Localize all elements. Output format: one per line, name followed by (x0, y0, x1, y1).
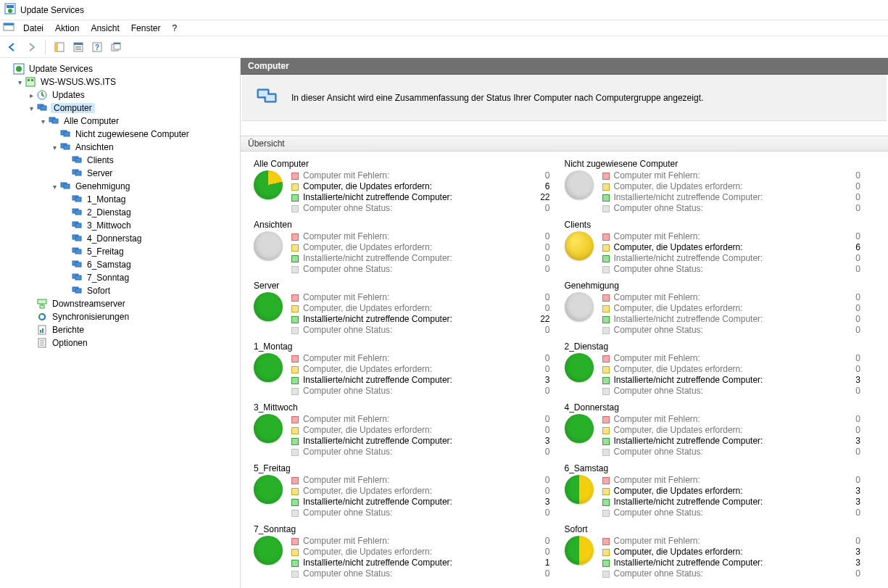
computers-icon (59, 128, 71, 140)
chevron-down-icon[interactable]: ▾ (49, 144, 59, 152)
svg-rect-6 (55, 43, 58, 51)
tree-updates[interactable]: ▸ Updates (1, 88, 238, 102)
tree-clients[interactable]: Clients (1, 154, 238, 167)
tree-views[interactable]: ▾ Ansichten (1, 141, 238, 180)
row-installed: Installierte/nicht zutreffende Computer:… (291, 558, 550, 568)
row-value: 0 (840, 386, 860, 397)
svg-rect-65 (266, 95, 275, 101)
legend-square-red (291, 233, 299, 241)
chevron-down-icon[interactable]: ▾ (49, 183, 59, 191)
row-nostatus: Computer ohne Status: 0 (602, 447, 861, 457)
overview-group: Clients Computer mit Fehlern: 0 Computer… (565, 217, 876, 278)
new-window-button[interactable] (108, 39, 124, 55)
legend-square-red (291, 355, 299, 363)
row-label: Computer mit Fehlern: (303, 170, 526, 181)
row-label: Computer, die Updates erfordern: (303, 547, 526, 558)
tree-d5[interactable]: 5_Freitag (1, 245, 238, 258)
row-need: Computer, die Updates erfordern: 3 (602, 486, 861, 497)
svg-rect-56 (40, 330, 41, 333)
row-nostatus: Computer ohne Status: 0 (602, 568, 861, 579)
tree-options[interactable]: Optionen (1, 336, 238, 349)
row-label: Computer mit Fehlern: (303, 536, 526, 547)
pie-icon (254, 170, 283, 199)
row-label: Installierte/nicht zutreffende Computer: (303, 436, 526, 447)
group-title: Sofort (565, 524, 861, 534)
menu-fenster[interactable]: Fenster (125, 22, 167, 35)
row-value: 0 (840, 181, 860, 192)
overview-group: Alle Computer Computer mit Fehlern: 0 Co… (254, 156, 565, 217)
properties-button[interactable] (70, 39, 86, 55)
row-installed: Installierte/nicht zutreffende Computer:… (291, 192, 550, 203)
tree-d8[interactable]: Sofort (1, 284, 238, 297)
chevron-down-icon[interactable]: ▾ (38, 117, 48, 125)
svg-rect-8 (74, 43, 83, 45)
legend-square-yellow (602, 183, 610, 191)
row-need: Computer, die Updates erfordern: 0 (602, 364, 861, 375)
tree-d1[interactable]: 1_Montag (1, 193, 238, 206)
overview-scroll[interactable]: Alle Computer Computer mit Fehlern: 0 Co… (241, 152, 888, 588)
row-value: 3 (840, 486, 860, 497)
row-value: 0 (530, 253, 550, 264)
chevron-down-icon[interactable]: ▾ (26, 104, 36, 112)
row-nostatus: Computer ohne Status: 0 (291, 568, 550, 579)
row-nostatus: Computer ohne Status: 0 (602, 203, 861, 214)
tree-d4[interactable]: 4_Donnerstag (1, 232, 238, 245)
computers-icon (71, 272, 83, 283)
tree-downstream[interactable]: Downstreamserver (1, 297, 238, 310)
group-title: Genehmigung (565, 281, 861, 291)
row-need: Computer, die Updates erfordern: 3 (602, 547, 861, 558)
tree-pane[interactable]: Update Services ▾ WS-WSUS.WS.ITS ▸ (0, 58, 241, 588)
tree-d7[interactable]: 7_Sonntag (1, 271, 238, 284)
computers-icon (71, 154, 83, 166)
downstream-icon (36, 298, 48, 310)
menu-ansicht[interactable]: Ansicht (85, 22, 125, 35)
tree-unassigned[interactable]: Nicht zugewiesene Computer (1, 128, 238, 141)
forward-button[interactable] (23, 39, 39, 55)
overview-header: Übersicht (241, 136, 888, 152)
row-value: 0 (530, 447, 550, 457)
svg-rect-41 (75, 223, 81, 228)
pie-icon (254, 353, 283, 382)
row-value: 0 (840, 447, 860, 457)
row-value: 0 (530, 292, 550, 303)
row-value: 3 (840, 436, 860, 447)
svg-text:?: ? (95, 44, 99, 51)
chevron-right-icon[interactable]: ▸ (26, 91, 36, 99)
tree-all-computers[interactable]: ▾ Alle Computer (1, 115, 238, 297)
row-label: Installierte/nicht zutreffende Computer: (614, 192, 837, 203)
row-nostatus: Computer ohne Status: 0 (291, 447, 550, 457)
help-button[interactable]: ? (89, 39, 105, 55)
menu-datei[interactable]: Datei (17, 22, 49, 35)
tree-d2[interactable]: 2_Dienstag (1, 206, 238, 219)
overview-group: 4_Donnerstag Computer mit Fehlern: 0 Com… (565, 399, 876, 460)
tree-d6[interactable]: 6_Samstag (1, 258, 238, 271)
row-need: Computer, die Updates erfordern: 0 (602, 181, 861, 192)
tree-approval[interactable]: ▾ Genehmigung 1_Montag 2_Dienstag (1, 180, 238, 297)
mmc-icon (3, 21, 14, 35)
legend-square-red (291, 416, 299, 423)
pie-icon (254, 475, 283, 504)
reports-icon (36, 324, 48, 336)
menu-aktion[interactable]: Aktion (49, 22, 85, 35)
computers-icon (71, 259, 83, 270)
svg-rect-31 (75, 158, 81, 162)
legend-square-red (602, 477, 610, 484)
tree-computer[interactable]: ▾ Computer ▾ Alle Computer (1, 102, 238, 297)
chevron-down-icon[interactable]: ▾ (14, 78, 25, 86)
row-label: Computer ohne Status: (303, 508, 526, 518)
tree-server[interactable]: ▾ WS-WSUS.WS.ITS ▸ Updates (1, 75, 238, 349)
show-hide-tree-button[interactable] (51, 39, 67, 55)
row-label: Installierte/nicht zutreffende Computer: (303, 253, 526, 264)
menu-help[interactable]: ? (166, 22, 183, 35)
overview-group: 7_Sonntag Computer mit Fehlern: 0 Comput… (254, 521, 565, 582)
pie-icon (565, 536, 594, 565)
tree-syncs[interactable]: Synchronisierungen (1, 310, 238, 323)
tree-reports[interactable]: Berichte (1, 323, 238, 336)
pie-icon (565, 475, 594, 504)
back-button[interactable] (4, 39, 20, 55)
group-title: 5_Freitag (254, 463, 550, 473)
tree-d3[interactable]: 3_Mittwoch (1, 219, 238, 232)
tree-servers[interactable]: Server (1, 167, 238, 180)
tree-root[interactable]: Update Services ▾ WS-WSUS.WS.ITS ▸ (1, 62, 238, 349)
row-label: Computer ohne Status: (303, 325, 526, 336)
